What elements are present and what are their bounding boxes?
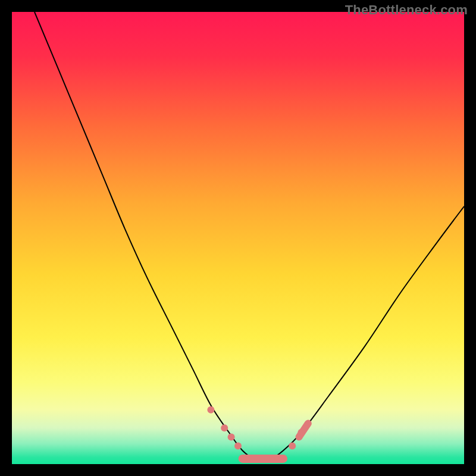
marker-dot xyxy=(221,424,228,431)
marker-dot xyxy=(207,406,214,414)
marker-dot xyxy=(234,443,242,450)
gradient-background xyxy=(12,12,464,464)
site-watermark: TheBottleneck.com xyxy=(345,2,468,18)
marker-dot xyxy=(228,433,235,440)
chart-container: TheBottleneck.com xyxy=(0,0,476,476)
plot-area xyxy=(12,12,464,464)
bottleneck-chart xyxy=(12,12,464,464)
marker-dot xyxy=(289,443,296,450)
